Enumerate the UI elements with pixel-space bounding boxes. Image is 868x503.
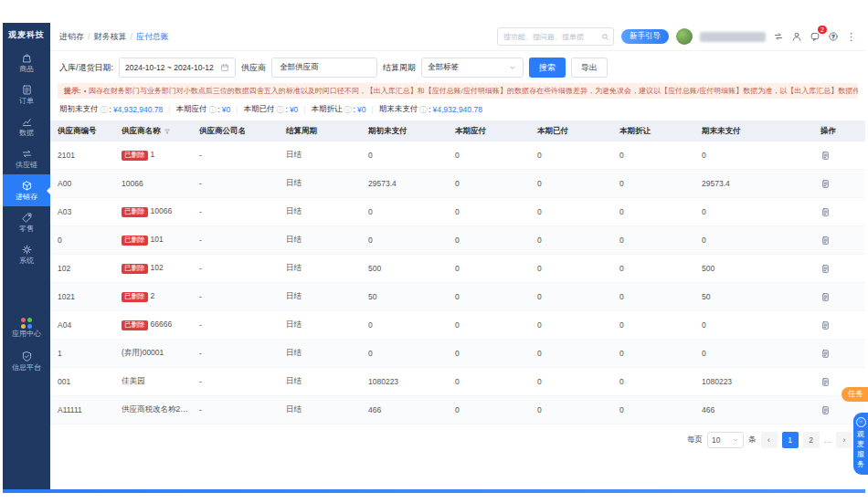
- cell-supplier-name: 佳美园: [114, 376, 192, 387]
- sidebar-item-chart[interactable]: 数据: [3, 110, 50, 142]
- cell-company: -: [192, 320, 279, 330]
- cell-supplier-code: 102: [50, 264, 114, 273]
- sidebar: 观麦科技 商品订单数据供应链进销存零售系统 应用中心信息平台: [3, 23, 50, 490]
- pagination: 每页 10 条 ‹ 12 … ›: [50, 424, 865, 456]
- export-button[interactable]: 导出: [571, 58, 608, 78]
- notice-label: 提示:: [64, 87, 81, 95]
- info-icon[interactable]: ⓘ: [344, 105, 352, 115]
- column-header: 本期应付: [448, 126, 530, 137]
- sidebar-item-apps[interactable]: 应用中心: [3, 310, 50, 344]
- cell-discount: 0: [612, 320, 694, 330]
- service-float-widget[interactable]: ☉ 观麦服务: [853, 413, 868, 475]
- table-body: 2101已删除1-日结00000A0010066-日结29573.4000295…: [50, 141, 865, 424]
- service-widget-char: 观: [857, 430, 864, 439]
- cell-paid: 0: [530, 377, 612, 386]
- column-header: 本期折让: [612, 126, 694, 137]
- cell-payable: 0: [448, 377, 530, 386]
- row-detail-icon[interactable]: [813, 377, 865, 387]
- cell-period: 日结: [279, 150, 361, 161]
- date-range-picker[interactable]: 2024-10-12 ~ 2024-10-12: [119, 58, 236, 78]
- cell-payable: 0: [448, 405, 530, 414]
- cell-begin-unpaid: 0: [361, 320, 448, 330]
- avatar[interactable]: [676, 28, 693, 45]
- sidebar-item-supply[interactable]: 供应链: [3, 142, 50, 174]
- cell-end-unpaid: 0: [694, 236, 813, 245]
- sidebar-item-label: 系统: [19, 257, 34, 265]
- newbie-guide-button[interactable]: 新手引导: [621, 29, 669, 44]
- info-icon[interactable]: ⓘ: [419, 105, 427, 115]
- summary-divider: |: [236, 105, 238, 114]
- summary-divider: |: [371, 105, 373, 114]
- summary-label: 期初未支付: [59, 104, 99, 115]
- search-input[interactable]: [502, 32, 598, 42]
- topbar: 进销存 / 财务核算 / 应付总账 新手引导 2 ⋮: [50, 23, 865, 51]
- sidebar-item-tag[interactable]: 零售: [3, 206, 50, 238]
- cell-begin-unpaid: 500: [361, 264, 448, 273]
- summary-item: 期末未支付ⓘ:¥4,932,940.78: [379, 104, 482, 115]
- table-row: A04已删除66666-日结00000: [50, 311, 865, 340]
- summary-label: 本期应付: [175, 104, 206, 115]
- summary-label: 期末未支付: [379, 104, 418, 115]
- supply-icon: [21, 148, 33, 160]
- switch-account-icon[interactable]: [773, 31, 784, 42]
- cell-begin-unpaid: 0: [361, 151, 448, 160]
- page-ellipsis: …: [824, 435, 832, 445]
- per-page-label: 每页: [687, 435, 703, 445]
- cell-end-unpaid: 500: [694, 264, 813, 273]
- sidebar-item-label: 零售: [19, 225, 34, 233]
- sidebar-gap: [3, 270, 50, 310]
- per-page-select[interactable]: 10: [707, 432, 744, 448]
- row-detail-icon[interactable]: [813, 292, 865, 302]
- sidebar-item-bag[interactable]: 商品: [3, 47, 50, 79]
- message-badge: 2: [818, 26, 827, 34]
- page-button-2[interactable]: 2: [803, 432, 820, 448]
- row-detail-icon[interactable]: [813, 179, 865, 189]
- period-select[interactable]: 全部标签: [421, 58, 524, 78]
- breadcrumb-item[interactable]: 财务核算: [94, 31, 127, 43]
- cell-company: -: [192, 151, 279, 160]
- table-row: 001佳美园-日结10802230001080223: [50, 368, 865, 396]
- cell-company: -: [192, 236, 279, 245]
- contacts-icon[interactable]: [791, 31, 802, 42]
- cell-period: 日结: [279, 263, 361, 274]
- search-button[interactable]: 搜索: [529, 58, 566, 78]
- row-detail-icon[interactable]: [813, 236, 865, 246]
- cell-period: 日结: [279, 404, 361, 415]
- more-menu-icon[interactable]: ⋮: [846, 32, 856, 42]
- page-button-1[interactable]: 1: [782, 432, 799, 448]
- prev-page-button[interactable]: ‹: [761, 432, 778, 448]
- info-icon[interactable]: ⓘ: [208, 105, 216, 115]
- row-detail-icon[interactable]: [813, 349, 865, 359]
- row-detail-icon[interactable]: [813, 207, 865, 217]
- cell-payable: 0: [448, 320, 530, 330]
- column-header: 期初未支付: [361, 126, 448, 137]
- sidebar-item-platform[interactable]: 信息平台: [3, 344, 50, 378]
- info-icon[interactable]: ⓘ: [277, 105, 284, 115]
- next-page-button[interactable]: ›: [836, 432, 852, 448]
- sidebar-item-gear[interactable]: 系统: [3, 238, 50, 270]
- row-detail-icon[interactable]: [813, 320, 865, 330]
- sidebar-item-inventory[interactable]: 进销存: [3, 174, 50, 206]
- apps-icon: [21, 318, 32, 329]
- help-icon[interactable]: [828, 31, 839, 42]
- supplier-input[interactable]: [278, 62, 371, 73]
- messages-icon[interactable]: 2: [810, 31, 820, 42]
- sidebar-item-order[interactable]: 订单: [3, 79, 50, 110]
- column-header: 供应商编号: [50, 126, 114, 137]
- cell-paid: 0: [530, 236, 612, 245]
- filter-funnel-icon[interactable]: [164, 128, 171, 135]
- cell-payable: 0: [448, 179, 530, 188]
- cell-supplier-name: 已删除1: [114, 150, 192, 161]
- cell-paid: 0: [530, 349, 612, 358]
- task-float-tab[interactable]: 任务: [842, 387, 868, 402]
- chevron-down-icon: [508, 63, 517, 72]
- row-detail-icon[interactable]: [813, 264, 865, 274]
- breadcrumb-item[interactable]: 进销存: [59, 31, 84, 43]
- payables-table: 供应商编号供应商名称供应商公司名结算周期期初未支付本期应付本期已付本期折让期末未…: [50, 121, 865, 424]
- cell-supplier-name: 已删除2: [114, 291, 192, 302]
- summary-item: 期初未支付ⓘ:¥4,932,940.78: [59, 104, 163, 115]
- info-icon[interactable]: ⓘ: [101, 105, 108, 115]
- service-widget-char: 麦: [857, 440, 864, 449]
- row-detail-icon[interactable]: [813, 151, 865, 161]
- cell-begin-unpaid: 1080223: [361, 377, 448, 386]
